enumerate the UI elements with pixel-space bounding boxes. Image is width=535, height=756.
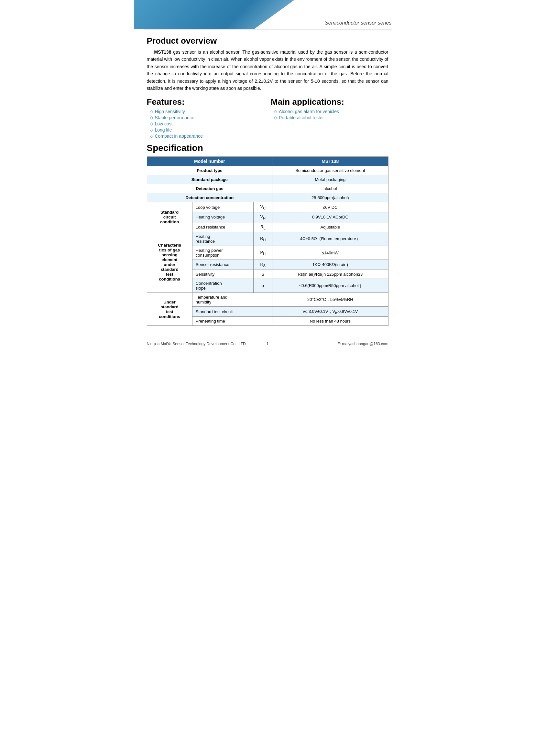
label-standard-package: Standard package xyxy=(147,175,272,184)
sub-heating-resistance: Heatingresistance xyxy=(192,232,254,246)
value-load-resistance: Adjustable xyxy=(272,222,388,232)
col-model-number: Model number xyxy=(147,157,272,166)
product-overview-text: MST138 gas sensor is an alcohol sensor. … xyxy=(147,48,388,92)
feature-item-5: Compact in appearance xyxy=(150,133,265,139)
label-detection-gas: Detection gas xyxy=(147,184,272,193)
value-standard-test-circuit: Vc:3.0V±0.1V；Vh:0.9V±0.1V xyxy=(272,307,388,317)
sub-concentration-slope: Concentrationslope xyxy=(192,279,254,292)
symbol-s: S xyxy=(254,270,272,279)
sub-heating-voltage: Heating voltage xyxy=(192,212,254,222)
features-column: Features: High sensitivity Stable perfor… xyxy=(147,97,265,140)
page-footer: Ningxia MaiYa Sensor Technology Developm… xyxy=(134,339,401,349)
value-heating-voltage: 0.9V±0.1V ACorDC xyxy=(272,212,388,222)
feature-item-1: High sensitivity xyxy=(150,109,265,114)
symbol-rl: RL xyxy=(254,222,272,232)
footer-company: Ningxia MaiYa Sensor Technology Developm… xyxy=(147,342,246,346)
label-standard-circuit: Standardcircuitcondition xyxy=(147,202,192,232)
symbol-vh: VH xyxy=(254,212,272,222)
table-row: Detection gas alcohol xyxy=(147,184,388,193)
specification-table: Model number MST138 Product type Semicon… xyxy=(147,156,388,326)
value-detection-concentration: 25-500ppm(alcohol) xyxy=(272,193,388,202)
symbol-rs: RS xyxy=(254,260,272,270)
page-header: Semiconductor sensor series xyxy=(134,0,401,29)
symbol-rh: RH xyxy=(254,232,272,246)
value-temp-humidity: 20°C±2°C；55%±5%RH xyxy=(272,292,388,307)
value-heating-power: ≤140mW xyxy=(272,246,388,260)
value-standard-package: Metal packaging xyxy=(272,175,388,184)
product-overview-title: Product overview xyxy=(147,36,388,46)
sub-loop-voltage: Loop voltage xyxy=(192,202,254,212)
feature-item-4: Long life xyxy=(150,127,265,132)
table-row: Product type Semiconductor gas sensitive… xyxy=(147,166,388,175)
table-row: Understandardtestconditions Temperature … xyxy=(147,292,388,307)
label-detection-concentration: Detection concentration xyxy=(147,193,272,202)
features-title: Features: xyxy=(147,97,265,107)
footer-email: E: maiyachuangan@163.com xyxy=(337,342,388,346)
series-title: Semiconductor sensor series xyxy=(325,20,391,26)
symbol-ph: PH xyxy=(254,246,272,260)
value-detection-gas: alcohol xyxy=(272,184,388,193)
sub-standard-test-circuit: Standard test circuit xyxy=(192,307,272,317)
table-row: Detection concentration 25-500ppm(alcoho… xyxy=(147,193,388,202)
sub-load-resistance: Load resistance xyxy=(192,222,254,232)
main-applications-title: Main applications: xyxy=(271,97,388,107)
sub-heating-power: Heating powerconsumption xyxy=(192,246,254,260)
value-concentration-slope: ≤0.6(R300ppm/R50ppm alcohol ) xyxy=(272,279,388,292)
model-name: MST138 xyxy=(154,49,171,55)
table-row: Standard package Metal packaging xyxy=(147,175,388,184)
sub-sensitivity: Sensitivity xyxy=(192,270,254,279)
sub-temp-humidity: Temperature andhumidity xyxy=(192,292,272,307)
table-header-row: Model number MST138 xyxy=(147,157,388,166)
value-preheating-time: No less than 48 hours xyxy=(272,317,388,326)
main-content: Product overview MST138 gas sensor is an… xyxy=(134,29,401,332)
feature-item-3: Low cost xyxy=(150,121,265,126)
feature-item-2: Stable performance xyxy=(150,115,265,120)
symbol-alpha: α xyxy=(254,279,272,292)
header-title-area: Semiconductor sensor series xyxy=(325,20,391,26)
value-sensor-resistance: 1KΩ-400KΩ(in air ) xyxy=(272,260,388,270)
col-mst138: MST138 xyxy=(272,157,388,166)
application-item-1: Alcohol gas alarm for vehicles xyxy=(274,109,388,114)
value-heating-resistance: 4Ω±0.5Ω（Room temperature） xyxy=(272,232,388,246)
label-product-type: Product type xyxy=(147,166,272,175)
table-row: Standardcircuitcondition Loop voltage VC… xyxy=(147,202,388,212)
sub-sensor-resistance: Sensor resistance xyxy=(192,260,254,270)
features-applications-section: Features: High sensitivity Stable perfor… xyxy=(147,97,388,140)
sub-preheating-time: Preheating time xyxy=(192,317,272,326)
features-list: High sensitivity Stable performance Low … xyxy=(147,109,265,139)
value-product-type: Semiconductor gas sensitive element xyxy=(272,166,388,175)
value-loop-voltage: ≤6V DC xyxy=(272,202,388,212)
specification-title: Specification xyxy=(147,143,388,153)
value-sensitivity: Rs(in air)/Rs(in 125ppm alcohol)≥3 xyxy=(272,270,388,279)
table-row: Characteristics of gassensingelementunde… xyxy=(147,232,388,246)
applications-list: Alcohol gas alarm for vehicles Portable … xyxy=(271,109,388,120)
applications-column: Main applications: Alcohol gas alarm for… xyxy=(271,97,388,140)
label-under-standard: Understandardtestconditions xyxy=(147,292,192,326)
symbol-vc: VC xyxy=(254,202,272,212)
application-item-2: Portable alcohol tester xyxy=(274,115,388,120)
label-characteristics: Characteristics of gassensingelementunde… xyxy=(147,232,192,293)
footer-page: 1 xyxy=(267,342,269,346)
